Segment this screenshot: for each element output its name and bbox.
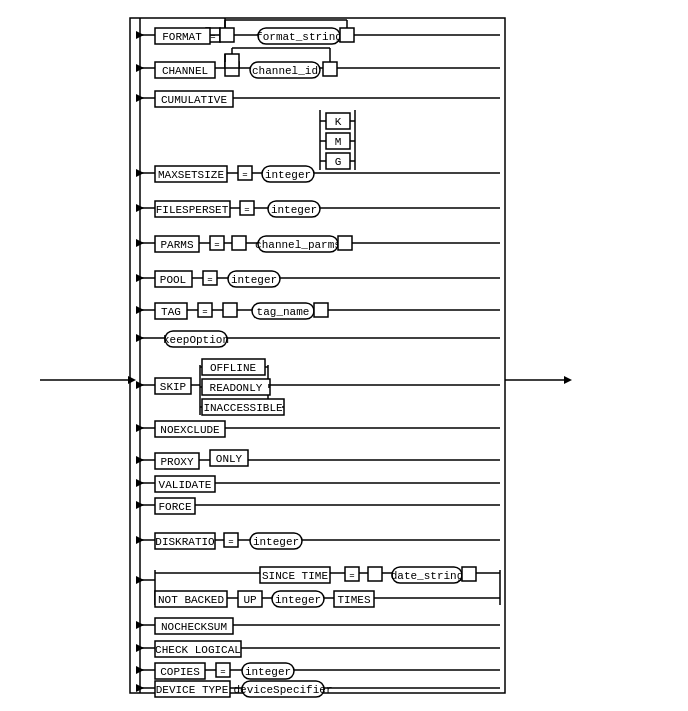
svg-rect-145	[462, 567, 476, 581]
svg-text:=: =	[210, 32, 215, 42]
cumulative-label: CUMULATIVE	[161, 94, 227, 106]
integer-label-maxset: integer	[265, 169, 311, 181]
pool-label: POOL	[160, 274, 186, 286]
readonly-label: READONLY	[210, 382, 263, 394]
offline-label: OFFLINE	[210, 362, 257, 374]
integer-pool-label: integer	[231, 274, 277, 286]
device-specifier-label: deviceSpecifier	[233, 684, 332, 696]
svg-text:=: =	[349, 571, 354, 581]
noexclude-label: NOEXCLUDE	[160, 424, 220, 436]
integer-disk-label: integer	[253, 536, 299, 548]
svg-text:=: =	[242, 170, 247, 180]
syntax-diagram-svg: = FORMAT format_string CHANNEL channel_i…	[10, 10, 678, 701]
m-box: M	[335, 136, 342, 148]
channel-parms-label: channel_parms	[255, 239, 341, 251]
svg-rect-68	[232, 236, 246, 250]
svg-rect-11	[220, 28, 234, 42]
nochecksum-label: NOCHECKSUM	[161, 621, 227, 633]
skip-label: SKIP	[160, 381, 187, 393]
integer-label-files: integer	[271, 204, 317, 216]
channel-label: CHANNEL	[162, 65, 208, 77]
format-label: FORMAT	[162, 31, 202, 43]
filesperset-label: FILESPERSET	[156, 204, 229, 216]
svg-marker-4	[564, 376, 572, 384]
integer-notbacked-label: integer	[275, 594, 321, 606]
proxy-label: PROXY	[160, 456, 193, 468]
inaccessible-label: INACCESSIBLE	[203, 402, 283, 414]
svg-text:=: =	[244, 205, 249, 215]
validate-label: VALIDATE	[159, 479, 212, 491]
svg-text:=: =	[228, 537, 233, 547]
k-box: K	[335, 116, 342, 128]
integer-copies-label: integer	[245, 666, 291, 678]
g-box: G	[335, 156, 342, 168]
svg-marker-2	[128, 376, 136, 384]
times-label: TIMES	[337, 594, 370, 606]
copies-label: COPIES	[160, 666, 200, 678]
svg-text:=: =	[202, 307, 207, 317]
format-string-label: format_string	[256, 31, 342, 43]
svg-rect-90	[314, 303, 328, 317]
svg-rect-14	[340, 28, 354, 42]
svg-text:=: =	[220, 667, 225, 677]
up-label: UP	[243, 594, 257, 606]
svg-text:=: =	[207, 275, 212, 285]
svg-rect-142	[368, 567, 382, 581]
parms-label: PARMS	[160, 239, 193, 251]
tag-name-label: tag_name	[257, 306, 310, 318]
channel-id-label: channel_id	[252, 65, 318, 77]
force-label: FORCE	[158, 501, 191, 513]
date-string-label: date_string	[391, 570, 464, 582]
device-type-label: DEVICE TYPE	[156, 684, 229, 696]
svg-rect-26	[225, 54, 239, 68]
svg-rect-31	[323, 62, 337, 76]
diskratio-label: DISKRATIO	[155, 536, 215, 548]
keep-option-label: keepOption	[163, 334, 229, 346]
since-time-label: SINCE TIME	[262, 570, 328, 582]
not-backed-label: NOT BACKED	[158, 594, 224, 606]
maxsetsize-label: MAXSETSIZE	[158, 169, 224, 181]
svg-rect-71	[338, 236, 352, 250]
only-label: ONLY	[216, 453, 243, 465]
diagram-container: = FORMAT format_string CHANNEL channel_i…	[10, 10, 678, 701]
tag-label: TAG	[161, 306, 181, 318]
check-logical-label: CHECK LOGICAL	[155, 644, 241, 656]
svg-rect-87	[223, 303, 237, 317]
svg-text:=: =	[214, 240, 219, 250]
